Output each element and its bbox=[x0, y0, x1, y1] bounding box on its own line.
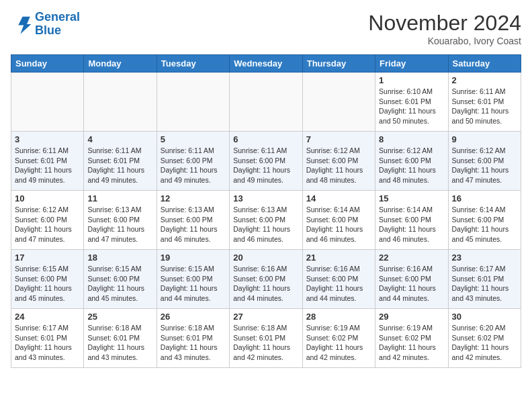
calendar-cell: 10Sunrise: 6:12 AMSunset: 6:00 PMDayligh… bbox=[11, 191, 84, 250]
calendar-cell: 26Sunrise: 6:18 AMSunset: 6:01 PMDayligh… bbox=[157, 309, 229, 368]
calendar-cell bbox=[230, 73, 302, 132]
day-info: Sunrise: 6:12 AMSunset: 6:00 PMDaylight:… bbox=[306, 146, 371, 185]
day-info: Sunrise: 6:19 AMSunset: 6:02 PMDaylight:… bbox=[306, 323, 371, 363]
calendar-cell bbox=[11, 73, 84, 132]
day-number: 29 bbox=[379, 312, 444, 322]
calendar-cell: 14Sunrise: 6:14 AMSunset: 6:00 PMDayligh… bbox=[302, 191, 375, 250]
day-info: Sunrise: 6:15 AMSunset: 6:00 PMDaylight:… bbox=[161, 264, 226, 304]
weekday-header-sunday: Sunday bbox=[11, 55, 84, 73]
day-info: Sunrise: 6:11 AMSunset: 6:01 PMDaylight:… bbox=[15, 146, 80, 185]
location: Kouarabo, Ivory Coast bbox=[368, 36, 521, 46]
day-number: 24 bbox=[15, 312, 80, 322]
day-info: Sunrise: 6:16 AMSunset: 6:00 PMDaylight:… bbox=[233, 264, 298, 304]
day-info: Sunrise: 6:13 AMSunset: 6:00 PMDaylight:… bbox=[233, 205, 298, 244]
day-number: 14 bbox=[306, 193, 371, 203]
day-info: Sunrise: 6:11 AMSunset: 6:01 PMDaylight:… bbox=[452, 87, 517, 126]
day-number: 18 bbox=[87, 253, 152, 263]
day-info: Sunrise: 6:12 AMSunset: 6:00 PMDaylight:… bbox=[15, 205, 80, 244]
calendar-cell: 1Sunrise: 6:10 AMSunset: 6:01 PMDaylight… bbox=[375, 73, 448, 132]
day-number: 1 bbox=[379, 75, 444, 85]
calendar-cell: 11Sunrise: 6:13 AMSunset: 6:00 PMDayligh… bbox=[84, 191, 157, 250]
day-info: Sunrise: 6:18 AMSunset: 6:01 PMDaylight:… bbox=[233, 323, 298, 363]
calendar-cell: 5Sunrise: 6:11 AMSunset: 6:00 PMDaylight… bbox=[157, 132, 229, 191]
day-info: Sunrise: 6:12 AMSunset: 6:00 PMDaylight:… bbox=[452, 146, 517, 185]
calendar-cell: 8Sunrise: 6:12 AMSunset: 6:00 PMDaylight… bbox=[375, 132, 448, 191]
day-info: Sunrise: 6:16 AMSunset: 6:00 PMDaylight:… bbox=[306, 264, 371, 304]
calendar-cell: 17Sunrise: 6:15 AMSunset: 6:00 PMDayligh… bbox=[11, 250, 84, 309]
calendar-cell bbox=[302, 73, 375, 132]
day-info: Sunrise: 6:18 AMSunset: 6:01 PMDaylight:… bbox=[161, 323, 226, 363]
day-number: 21 bbox=[306, 253, 371, 263]
day-info: Sunrise: 6:11 AMSunset: 6:00 PMDaylight:… bbox=[233, 146, 298, 185]
day-number: 22 bbox=[379, 253, 444, 263]
calendar-cell: 30Sunrise: 6:20 AMSunset: 6:02 PMDayligh… bbox=[448, 309, 521, 368]
calendar-cell: 9Sunrise: 6:12 AMSunset: 6:00 PMDaylight… bbox=[448, 132, 521, 191]
day-number: 10 bbox=[15, 193, 80, 203]
day-number: 19 bbox=[161, 253, 226, 263]
calendar-table: SundayMondayTuesdayWednesdayThursdayFrid… bbox=[11, 54, 521, 368]
day-number: 16 bbox=[452, 193, 517, 203]
day-info: Sunrise: 6:20 AMSunset: 6:02 PMDaylight:… bbox=[452, 323, 517, 363]
day-number: 7 bbox=[306, 134, 371, 144]
day-number: 17 bbox=[15, 253, 80, 263]
day-info: Sunrise: 6:15 AMSunset: 6:00 PMDaylight:… bbox=[87, 264, 152, 304]
weekday-header-wednesday: Wednesday bbox=[230, 55, 302, 73]
day-info: Sunrise: 6:14 AMSunset: 6:00 PMDaylight:… bbox=[452, 205, 517, 244]
calendar-header-row: SundayMondayTuesdayWednesdayThursdayFrid… bbox=[11, 55, 521, 73]
calendar-cell: 6Sunrise: 6:11 AMSunset: 6:00 PMDaylight… bbox=[230, 132, 302, 191]
day-info: Sunrise: 6:11 AMSunset: 6:01 PMDaylight:… bbox=[87, 146, 152, 185]
weekday-header-tuesday: Tuesday bbox=[157, 55, 229, 73]
day-info: Sunrise: 6:10 AMSunset: 6:01 PMDaylight:… bbox=[379, 87, 444, 126]
calendar-cell: 24Sunrise: 6:17 AMSunset: 6:01 PMDayligh… bbox=[11, 309, 84, 368]
calendar-cell: 23Sunrise: 6:17 AMSunset: 6:01 PMDayligh… bbox=[448, 250, 521, 309]
day-number: 11 bbox=[87, 193, 152, 203]
calendar-cell: 19Sunrise: 6:15 AMSunset: 6:00 PMDayligh… bbox=[157, 250, 229, 309]
day-number: 25 bbox=[87, 312, 152, 322]
day-number: 15 bbox=[379, 193, 444, 203]
page-header: GeneralBlue November 2024 Kouarabo, Ivor… bbox=[11, 11, 521, 46]
calendar-week-4: 17Sunrise: 6:15 AMSunset: 6:00 PMDayligh… bbox=[11, 250, 521, 309]
calendar-cell: 13Sunrise: 6:13 AMSunset: 6:00 PMDayligh… bbox=[230, 191, 302, 250]
day-info: Sunrise: 6:16 AMSunset: 6:00 PMDaylight:… bbox=[379, 264, 444, 304]
weekday-header-friday: Friday bbox=[375, 55, 448, 73]
calendar-cell: 29Sunrise: 6:19 AMSunset: 6:02 PMDayligh… bbox=[375, 309, 448, 368]
calendar-cell: 7Sunrise: 6:12 AMSunset: 6:00 PMDaylight… bbox=[302, 132, 375, 191]
day-number: 4 bbox=[87, 134, 152, 144]
day-number: 26 bbox=[161, 312, 226, 322]
calendar-cell: 2Sunrise: 6:11 AMSunset: 6:01 PMDaylight… bbox=[448, 73, 521, 132]
calendar-week-1: 1Sunrise: 6:10 AMSunset: 6:01 PMDaylight… bbox=[11, 73, 521, 132]
calendar-cell: 22Sunrise: 6:16 AMSunset: 6:00 PMDayligh… bbox=[375, 250, 448, 309]
calendar-cell bbox=[157, 73, 229, 132]
day-number: 2 bbox=[452, 75, 517, 85]
calendar-cell: 28Sunrise: 6:19 AMSunset: 6:02 PMDayligh… bbox=[302, 309, 375, 368]
day-info: Sunrise: 6:14 AMSunset: 6:00 PMDaylight:… bbox=[306, 205, 371, 244]
calendar-cell: 12Sunrise: 6:13 AMSunset: 6:00 PMDayligh… bbox=[157, 191, 229, 250]
day-info: Sunrise: 6:19 AMSunset: 6:02 PMDaylight:… bbox=[379, 323, 444, 363]
day-number: 5 bbox=[161, 134, 226, 144]
weekday-header-saturday: Saturday bbox=[448, 55, 521, 73]
calendar-body: 1Sunrise: 6:10 AMSunset: 6:01 PMDaylight… bbox=[11, 73, 521, 368]
day-number: 12 bbox=[161, 193, 226, 203]
calendar-cell: 27Sunrise: 6:18 AMSunset: 6:01 PMDayligh… bbox=[230, 309, 302, 368]
day-info: Sunrise: 6:13 AMSunset: 6:00 PMDaylight:… bbox=[87, 205, 152, 244]
calendar-cell: 16Sunrise: 6:14 AMSunset: 6:00 PMDayligh… bbox=[448, 191, 521, 250]
calendar-cell: 25Sunrise: 6:18 AMSunset: 6:01 PMDayligh… bbox=[84, 309, 157, 368]
day-info: Sunrise: 6:15 AMSunset: 6:00 PMDaylight:… bbox=[15, 264, 80, 304]
calendar-cell: 15Sunrise: 6:14 AMSunset: 6:00 PMDayligh… bbox=[375, 191, 448, 250]
day-number: 20 bbox=[233, 253, 298, 263]
svg-marker-0 bbox=[18, 17, 31, 34]
calendar-cell: 4Sunrise: 6:11 AMSunset: 6:01 PMDaylight… bbox=[84, 132, 157, 191]
day-info: Sunrise: 6:13 AMSunset: 6:00 PMDaylight:… bbox=[161, 205, 226, 244]
day-info: Sunrise: 6:14 AMSunset: 6:00 PMDaylight:… bbox=[379, 205, 444, 244]
day-number: 6 bbox=[233, 134, 298, 144]
day-info: Sunrise: 6:12 AMSunset: 6:00 PMDaylight:… bbox=[379, 146, 444, 185]
day-number: 23 bbox=[452, 253, 517, 263]
day-number: 28 bbox=[306, 312, 371, 322]
day-info: Sunrise: 6:17 AMSunset: 6:01 PMDaylight:… bbox=[452, 264, 517, 304]
calendar-week-5: 24Sunrise: 6:17 AMSunset: 6:01 PMDayligh… bbox=[11, 309, 521, 368]
day-number: 13 bbox=[233, 193, 298, 203]
logo-icon bbox=[11, 13, 32, 35]
calendar-week-2: 3Sunrise: 6:11 AMSunset: 6:01 PMDaylight… bbox=[11, 132, 521, 191]
title-block: November 2024 Kouarabo, Ivory Coast bbox=[368, 11, 521, 46]
month-title: November 2024 bbox=[368, 11, 521, 36]
